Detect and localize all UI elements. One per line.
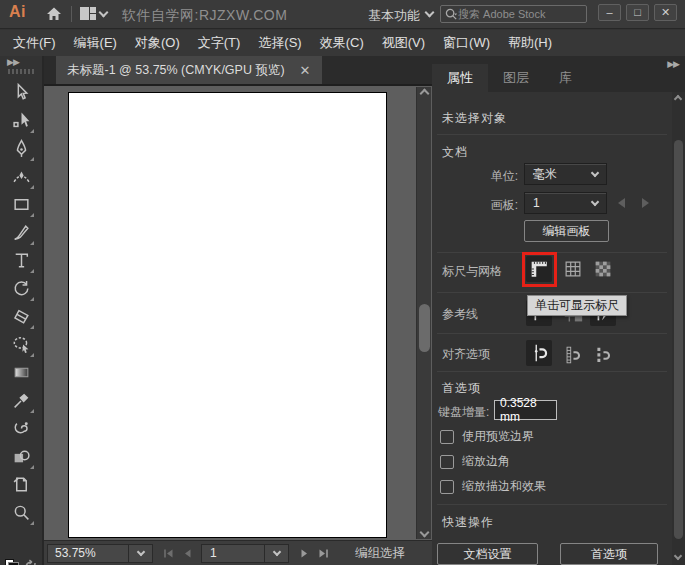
tab-properties[interactable]: 属性 bbox=[432, 64, 488, 92]
eraser-tool-icon bbox=[12, 307, 31, 329]
workspace-switcher[interactable]: 基本功能 bbox=[368, 7, 420, 25]
preferences-button[interactable]: 首选项 bbox=[560, 543, 658, 565]
next-artboard-icon[interactable] bbox=[298, 547, 311, 560]
snap-to-point-icon bbox=[528, 342, 550, 364]
keyboard-increment-input[interactable]: 0.3528 mm bbox=[494, 400, 557, 420]
panel-grip[interactable] bbox=[8, 69, 34, 74]
rectangle-tool-button[interactable] bbox=[5, 192, 37, 220]
default-colors-icon[interactable] bbox=[5, 559, 19, 565]
previous-artboard-icon[interactable] bbox=[181, 547, 194, 560]
tab-layers[interactable]: 图层 bbox=[488, 64, 544, 92]
collapse-panel-icon[interactable]: ▶▶ bbox=[667, 59, 679, 69]
menu-edit[interactable]: 编辑(E) bbox=[65, 30, 126, 56]
scroll-up-icon[interactable] bbox=[420, 89, 430, 99]
zoom-tool-icon bbox=[12, 503, 31, 525]
shape-builder-tool-button[interactable] bbox=[5, 444, 37, 472]
chevron-down-icon[interactable] bbox=[425, 8, 435, 18]
chevron-down-icon bbox=[591, 169, 599, 177]
illustrator-window: Ai 软件自学网:RJZXW.COM 基本功能 – □ ✕ 文件(F) 编辑(E… bbox=[0, 0, 685, 565]
tab-close-icon[interactable]: ✕ bbox=[300, 63, 311, 78]
menu-file[interactable]: 文件(F) bbox=[4, 30, 65, 56]
status-tool-hint: 编组选择 bbox=[355, 545, 405, 562]
scale-corners-checkbox[interactable] bbox=[440, 455, 454, 469]
tab-libraries[interactable]: 库 bbox=[544, 64, 587, 92]
artboard-navigation-next bbox=[295, 547, 333, 560]
menu-object[interactable]: 对象(O) bbox=[126, 30, 189, 56]
snap-to-grid-button[interactable] bbox=[560, 342, 586, 368]
edit-artboards-button[interactable]: 编辑画板 bbox=[524, 220, 609, 242]
artboard-dropdown-button[interactable] bbox=[264, 545, 288, 562]
separator bbox=[437, 504, 667, 505]
transparency-grid-icon bbox=[592, 258, 614, 280]
chevron-down-icon[interactable] bbox=[99, 8, 109, 18]
zoom-tool-button[interactable] bbox=[5, 500, 37, 528]
rectangle-tool-icon bbox=[12, 195, 31, 217]
direct-selection-tool-icon bbox=[12, 111, 31, 133]
artboard-tool-button[interactable] bbox=[5, 472, 37, 500]
scale-strokes-effects-checkbox[interactable] bbox=[440, 480, 454, 494]
maximize-button[interactable]: □ bbox=[626, 4, 649, 21]
last-artboard-icon[interactable] bbox=[317, 547, 330, 560]
show-grid-button[interactable] bbox=[560, 256, 586, 282]
first-artboard-icon[interactable] bbox=[162, 547, 175, 560]
checkbox-label: 缩放描边和效果 bbox=[462, 478, 546, 495]
artboard-dropdown[interactable]: 1 bbox=[524, 192, 607, 214]
swap-colors-icon[interactable] bbox=[24, 559, 37, 565]
unit-dropdown[interactable]: 毫米 bbox=[524, 163, 607, 185]
checkbox-row: 缩放边角 bbox=[440, 453, 510, 470]
search-input[interactable] bbox=[458, 8, 576, 20]
checkbox-label: 使用预览边界 bbox=[462, 428, 534, 445]
previous-artboard-icon[interactable] bbox=[618, 198, 625, 208]
menu-view[interactable]: 视图(V) bbox=[373, 30, 434, 56]
menu-type[interactable]: 文字(T) bbox=[189, 30, 250, 56]
artboard-label: 画板: bbox=[432, 197, 518, 214]
next-artboard-icon[interactable] bbox=[642, 198, 649, 208]
zoom-dropdown-button[interactable] bbox=[128, 545, 152, 562]
paintbrush-tool-button[interactable] bbox=[5, 220, 37, 248]
expand-panel-icon[interactable]: ▶▶ bbox=[7, 57, 19, 67]
zoom-level-field[interactable]: 53.75% bbox=[47, 544, 153, 563]
gradient-tool-button[interactable] bbox=[5, 360, 37, 388]
curvature-tool-button[interactable] bbox=[5, 164, 37, 192]
scroll-down-icon[interactable] bbox=[420, 528, 430, 538]
guides-label: 参考线 bbox=[442, 306, 478, 323]
zoom-level-value: 53.75% bbox=[48, 546, 128, 560]
snap-to-point-button[interactable] bbox=[526, 340, 552, 366]
show-transparency-grid-button[interactable] bbox=[590, 256, 616, 282]
search-box[interactable] bbox=[440, 5, 587, 23]
arrange-documents-icon[interactable] bbox=[80, 7, 96, 24]
keyboard-increment-label: 键盘增量: bbox=[438, 404, 489, 421]
direct-selection-tool-button[interactable] bbox=[5, 108, 37, 136]
menu-effect[interactable]: 效果(C) bbox=[311, 30, 373, 56]
canvas[interactable] bbox=[44, 84, 432, 540]
eyedropper-tool-button[interactable] bbox=[5, 388, 37, 416]
blend-tool-button[interactable] bbox=[5, 416, 37, 444]
selection-tool-button[interactable] bbox=[5, 80, 37, 108]
menu-select[interactable]: 选择(S) bbox=[249, 30, 310, 56]
menu-help[interactable]: 帮助(H) bbox=[499, 30, 561, 56]
use-preview-bounds-checkbox[interactable] bbox=[440, 430, 454, 444]
pen-tool-button[interactable] bbox=[5, 136, 37, 164]
close-button[interactable]: ✕ bbox=[654, 4, 677, 21]
quick-actions-title: 快速操作 bbox=[442, 514, 494, 531]
grid-icon bbox=[562, 258, 584, 280]
scrollbar-thumb[interactable] bbox=[419, 304, 430, 352]
tools-panel: ▶▶ bbox=[0, 56, 44, 565]
document-tab[interactable]: 未标题-1 @ 53.75% (CMYK/GPU 预览) ✕ bbox=[56, 56, 322, 84]
artboard[interactable] bbox=[68, 92, 387, 538]
snap-to-pixel-button[interactable] bbox=[590, 342, 616, 368]
rotate-tool-button[interactable] bbox=[5, 276, 37, 304]
type-tool-button[interactable] bbox=[5, 248, 37, 276]
panel-scrollbar-thumb[interactable] bbox=[674, 140, 683, 539]
home-icon[interactable] bbox=[46, 6, 62, 25]
eraser-tool-button[interactable] bbox=[5, 304, 37, 332]
artboard-tool-icon bbox=[12, 475, 31, 497]
panel-scrollbar[interactable] bbox=[672, 92, 685, 565]
artboard-number-field[interactable]: 1 bbox=[201, 544, 289, 563]
vertical-scrollbar[interactable] bbox=[416, 87, 431, 539]
unit-value: 毫米 bbox=[525, 166, 592, 183]
document-setup-button[interactable]: 文档设置 bbox=[437, 543, 538, 565]
free-transform-tool-button[interactable] bbox=[5, 332, 37, 360]
minimize-button[interactable]: – bbox=[598, 4, 621, 21]
menu-window[interactable]: 窗口(W) bbox=[434, 30, 499, 56]
